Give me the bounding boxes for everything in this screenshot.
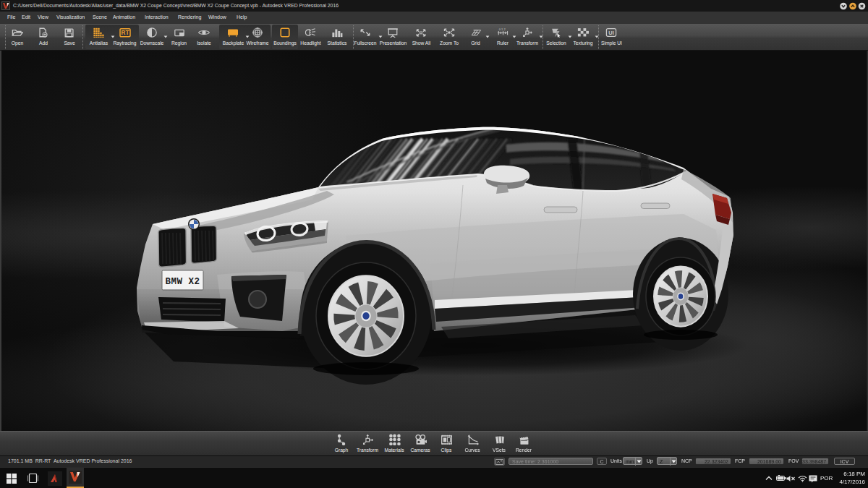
svg-text:RT: RT bbox=[121, 30, 129, 36]
svg-text:0 1 2: 0 1 2 bbox=[499, 27, 506, 31]
svg-text:UI: UI bbox=[609, 30, 614, 36]
svg-text:BMW X2: BMW X2 bbox=[165, 277, 200, 287]
